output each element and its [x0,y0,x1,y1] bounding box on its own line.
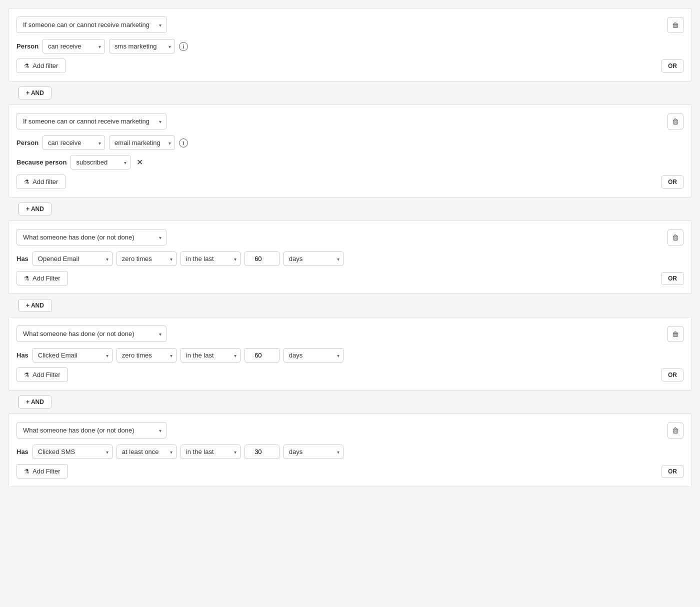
time-qualifier-select-3[interactable]: in the last over all time [180,252,240,266]
main-type-select-4[interactable]: What someone has done (or not done) If s… [16,326,166,342]
time-value-input-4[interactable] [244,348,280,362]
condition-block-4: What someone has done (or not done) If s… [8,317,692,390]
frequency-select-4[interactable]: zero times at least once [116,348,176,362]
and-button-3[interactable]: + AND [18,299,52,312]
time-value-input-5[interactable] [244,444,280,459]
bottom-row-4: ⚗ Add Filter OR [16,368,684,382]
main-type-select-3[interactable]: What someone has done (or not done) If s… [16,229,166,246]
because-label-2: Because person [16,158,66,166]
frequency-select-wrapper-4[interactable]: zero times at least once [116,348,176,362]
delete-button-2[interactable]: 🗑 [668,114,684,130]
action-select-wrapper-3[interactable]: Opened Email Clicked Email Clicked SMS [32,252,112,266]
action-select-3[interactable]: Opened Email Clicked Email Clicked SMS [32,252,112,266]
main-type-select-1[interactable]: If someone can or cannot receive marketi… [16,16,166,33]
or-button-4[interactable]: OR [662,368,684,382]
or-button-1[interactable]: OR [662,60,684,72]
add-filter-button-1[interactable]: ⚗ Add filter [16,58,66,73]
filter-icon-3: ⚗ [24,275,30,282]
time-unit-select-wrapper-4[interactable]: days hours weeks [284,348,344,362]
time-unit-select-wrapper-3[interactable]: days hours weeks [284,252,344,266]
condition-block-1: If someone can or cannot receive marketi… [8,8,692,82]
marketing-type-select-wrapper-2[interactable]: email marketing sms marketing [109,136,175,150]
add-filter-label-2: Add filter [32,178,58,186]
can-receive-select-2[interactable]: can receive cannot receive [42,136,105,150]
condition-header-2: If someone can or cannot receive marketi… [16,113,684,130]
time-qualifier-select-5[interactable]: in the last over all time [180,444,240,459]
time-qualifier-select-wrapper-5[interactable]: in the last over all time [180,444,240,459]
frequency-select-wrapper-3[interactable]: zero times at least once [116,252,176,266]
condition-header-3: What someone has done (or not done) If s… [16,229,684,246]
or-button-2[interactable]: OR [662,176,684,188]
main-type-select-wrapper-5[interactable]: What someone has done (or not done) If s… [16,422,166,438]
can-receive-select-wrapper-1[interactable]: can receive cannot receive [42,39,105,54]
time-qualifier-select-wrapper-4[interactable]: in the last over all time [180,348,240,362]
delete-button-1[interactable]: 🗑 [668,17,684,33]
because-remove-button-2[interactable]: ✕ [134,158,145,167]
add-filter-button-4[interactable]: ⚗ Add Filter [16,368,68,382]
main-type-select-wrapper-1[interactable]: If someone can or cannot receive marketi… [16,16,166,33]
add-filter-button-3[interactable]: ⚗ Add Filter [16,271,68,286]
time-unit-select-4[interactable]: days hours weeks [284,348,344,362]
person-row-2: Person can receive cannot receive email … [16,136,684,150]
can-receive-select-wrapper-2[interactable]: can receive cannot receive [42,136,105,150]
main-type-select-2[interactable]: If someone can or cannot receive marketi… [16,113,166,130]
and-button-2[interactable]: + AND [18,202,52,216]
action-select-4[interactable]: Clicked Email Opened Email Clicked SMS [32,348,112,362]
and-button-4[interactable]: + AND [18,396,52,408]
or-button-5[interactable]: OR [662,465,684,478]
because-select-wrapper-2[interactable]: subscribed unsubscribed [70,155,130,170]
main-type-select-wrapper-4[interactable]: What someone has done (or not done) If s… [16,326,166,342]
condition-header-1: If someone can or cannot receive marketi… [16,16,684,33]
because-select-2[interactable]: subscribed unsubscribed [70,155,130,170]
action-row-5: Has Clicked SMS Opened Email Clicked Ema… [16,444,684,459]
add-filter-label-5: Add Filter [32,468,60,475]
time-unit-select-wrapper-5[interactable]: days hours weeks [284,444,344,459]
filter-icon-4: ⚗ [24,372,30,378]
action-row-4: Has Clicked Email Opened Email Clicked S… [16,348,684,362]
time-value-input-3[interactable] [244,252,280,266]
condition-header-5: What someone has done (or not done) If s… [16,422,684,438]
delete-button-3[interactable]: 🗑 [668,230,684,246]
info-icon-2[interactable]: i [179,138,188,148]
frequency-select-wrapper-5[interactable]: at least once zero times [116,444,176,459]
marketing-type-select-wrapper-1[interactable]: sms marketing email marketing [109,39,175,54]
has-label-5: Has [16,448,28,456]
bottom-row-3: ⚗ Add Filter OR [16,271,684,286]
time-unit-select-3[interactable]: days hours weeks [284,252,344,266]
and-button-1[interactable]: + AND [18,86,52,100]
and-separator-3: + AND [8,294,692,317]
marketing-type-select-1[interactable]: sms marketing email marketing [109,39,175,54]
main-type-select-wrapper-2[interactable]: If someone can or cannot receive marketi… [16,113,166,130]
action-select-wrapper-5[interactable]: Clicked SMS Opened Email Clicked Email [32,444,112,459]
has-label-4: Has [16,352,28,359]
add-filter-label-4: Add Filter [32,371,60,378]
time-qualifier-select-wrapper-3[interactable]: in the last over all time [180,252,240,266]
add-filter-button-2[interactable]: ⚗ Add filter [16,174,66,189]
main-type-select-5[interactable]: What someone has done (or not done) If s… [16,422,166,438]
filter-icon-5: ⚗ [24,468,30,475]
main-type-select-wrapper-3[interactable]: What someone has done (or not done) If s… [16,229,166,246]
action-row-3: Has Opened Email Clicked Email Clicked S… [16,252,684,266]
or-button-3[interactable]: OR [662,272,684,285]
frequency-select-5[interactable]: at least once zero times [116,444,176,459]
person-label-2: Person [16,139,38,146]
add-filter-button-5[interactable]: ⚗ Add Filter [16,464,68,478]
bottom-row-1: ⚗ Add filter OR [16,58,684,73]
action-select-5[interactable]: Clicked SMS Opened Email Clicked Email [32,444,112,459]
has-label-3: Has [16,255,28,262]
and-separator-4: + AND [8,390,692,414]
action-select-wrapper-4[interactable]: Clicked Email Opened Email Clicked SMS [32,348,112,362]
because-row-2: Because person subscribed unsubscribed ✕ [16,155,684,170]
time-qualifier-select-4[interactable]: in the last over all time [180,348,240,362]
delete-button-5[interactable]: 🗑 [668,422,684,438]
add-filter-label-3: Add Filter [32,274,60,282]
and-separator-1: + AND [8,82,692,104]
filter-icon-1: ⚗ [24,62,30,70]
frequency-select-3[interactable]: zero times at least once [116,252,176,266]
delete-button-4[interactable]: 🗑 [668,326,684,342]
time-unit-select-5[interactable]: days hours weeks [284,444,344,459]
can-receive-select-1[interactable]: can receive cannot receive [42,39,105,54]
person-row-1: Person can receive cannot receive sms ma… [16,39,684,54]
info-icon-1[interactable]: i [179,42,188,51]
marketing-type-select-2[interactable]: email marketing sms marketing [109,136,175,150]
